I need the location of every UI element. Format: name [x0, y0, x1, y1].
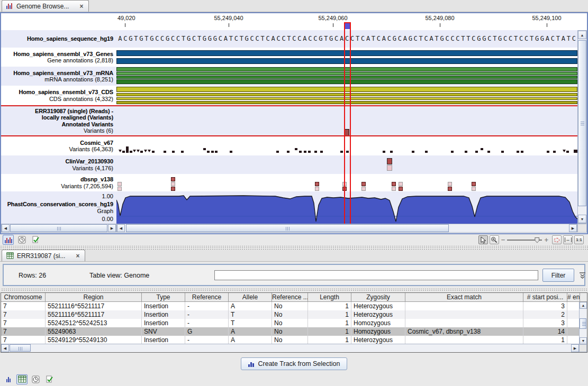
scroll-left-icon[interactable]: ◀: [2, 224, 10, 232]
filter-options-icon[interactable]: [578, 271, 586, 279]
label-scroll-track[interactable]: [10, 224, 108, 232]
table-cell[interactable]: Insertion: [142, 310, 185, 319]
scroll-right-icon[interactable]: ▶: [108, 224, 116, 232]
table-cell[interactable]: Homozygous: [351, 319, 405, 327]
table-cell[interactable]: A: [229, 327, 272, 336]
zoom-100-button[interactable]: 1:1: [574, 235, 584, 244]
table-horizontal-scrollbar[interactable]: ◀ ▶: [1, 344, 587, 352]
table-row[interactable]: 755211116^55211117Insertion-TNo1Heterozy…: [1, 310, 587, 319]
zoom-slider[interactable]: [507, 236, 542, 244]
table-cell[interactable]: Homozygous: [351, 327, 405, 336]
table-cell[interactable]: 1: [308, 302, 351, 310]
column-header[interactable]: Allele: [229, 293, 272, 301]
table-cell[interactable]: 7: [1, 302, 46, 310]
scroll-left-icon[interactable]: ◀: [117, 224, 125, 232]
scroll-right-icon[interactable]: ▶: [571, 344, 579, 352]
table-cell[interactable]: 7: [1, 336, 46, 344]
column-header[interactable]: Chromosome: [1, 293, 46, 301]
scroll-up-icon[interactable]: ▲: [578, 31, 586, 39]
track-label-phastcons[interactable]: 1.00 PhastCons_conservation_scores_hg19 …: [1, 191, 116, 224]
table-hscroll-track[interactable]: [9, 344, 571, 352]
table-cell[interactable]: 14: [523, 327, 567, 336]
pointer-tool-button[interactable]: [478, 235, 488, 244]
history-view-button[interactable]: [16, 235, 28, 245]
fit-width-button[interactable]: ↔: [563, 235, 573, 244]
table-cell[interactable]: Insertion: [142, 319, 185, 327]
table-vertical-scrollbar[interactable]: ▲ ▼: [579, 302, 587, 344]
table-cell[interactable]: 3: [523, 302, 567, 310]
table-cell[interactable]: Heterozygous: [351, 302, 405, 310]
scroll-thumb[interactable]: [10, 344, 31, 352]
table-cell[interactable]: 1: [308, 327, 351, 336]
label-horizontal-scrollbar[interactable]: ◀ ▶: [1, 224, 116, 233]
tab-close-icon[interactable]: ×: [79, 3, 83, 10]
column-header[interactable]: Region: [46, 293, 142, 301]
zoom-to-selection-button[interactable]: [552, 235, 562, 244]
table-cell[interactable]: Heterozygous: [351, 336, 405, 344]
table-cell[interactable]: No: [272, 310, 308, 319]
table-cell[interactable]: [405, 302, 523, 310]
track-label-err319087[interactable]: ERR319087 (single) (Reads) - locally rea…: [1, 106, 116, 135]
track-scroll-track[interactable]: [125, 224, 569, 232]
track-view-mode-button[interactable]: [3, 235, 14, 245]
column-header[interactable]: Reference ...: [272, 293, 308, 301]
column-header[interactable]: # en: [567, 293, 580, 301]
table-cell[interactable]: Insertion: [142, 336, 185, 344]
filter-input[interactable]: [214, 270, 538, 280]
column-header[interactable]: Reference: [185, 293, 229, 301]
table-cell[interactable]: 55211116^55211117: [46, 310, 142, 319]
table-cell[interactable]: A: [229, 302, 272, 310]
table-cell[interactable]: No: [272, 319, 308, 327]
element-info-button[interactable]: [44, 374, 55, 384]
scroll-thumb[interactable]: [10, 224, 107, 232]
table-row[interactable]: 755249063SNVGANo1HomozygousCosmic_v67, d…: [1, 327, 587, 336]
table-cell[interactable]: [567, 327, 580, 336]
table-cell[interactable]: [405, 310, 523, 319]
tab-genome-browser[interactable]: Genome Browse... ×: [2, 0, 89, 12]
zoom-in-icon[interactable]: +: [544, 236, 548, 243]
table-cell[interactable]: -: [185, 310, 229, 319]
history-view-button[interactable]: [30, 374, 41, 384]
table-cell[interactable]: 1: [308, 319, 351, 327]
table-cell[interactable]: 7: [1, 327, 46, 336]
column-header[interactable]: # start posi...: [523, 293, 567, 301]
track-view-mode-button[interactable]: [3, 374, 14, 384]
table-cell[interactable]: [405, 336, 523, 344]
table-cell[interactable]: Insertion: [142, 302, 185, 310]
table-cell[interactable]: 7: [1, 319, 46, 327]
zoom-out-icon[interactable]: −: [501, 236, 505, 243]
column-header[interactable]: Exact match: [405, 293, 523, 301]
scroll-thumb[interactable]: [580, 318, 586, 329]
table-cell[interactable]: [405, 319, 523, 327]
scroll-down-icon[interactable]: ▼: [578, 215, 586, 223]
table-cell[interactable]: No: [272, 336, 308, 344]
table-cell[interactable]: 1: [308, 310, 351, 319]
table-cell[interactable]: 1: [308, 336, 351, 344]
scroll-thumb[interactable]: [578, 40, 586, 206]
track-label-mrna[interactable]: Homo_sapiens_ensembl_v73_mRNA mRNA annot…: [1, 67, 116, 86]
table-cell[interactable]: 55211116^55211117: [46, 302, 142, 310]
table-cell[interactable]: [567, 336, 580, 344]
table-row[interactable]: 755242512^55242513Insertion-TNo1Homozygo…: [1, 319, 587, 327]
table-cell[interactable]: No: [272, 327, 308, 336]
track-label-cosmic[interactable]: Cosmic_v67 Variants (64,363): [1, 136, 116, 155]
table-cell[interactable]: G: [185, 327, 229, 336]
track-label-sequence[interactable]: Homo_sapiens_sequence_hg19: [1, 30, 116, 48]
table-cell[interactable]: [567, 302, 580, 310]
table-cell[interactable]: 7: [1, 310, 46, 319]
table-row[interactable]: 755249129^55249130Insertion-ANo1Heterozy…: [1, 336, 587, 344]
zoom-tool-button[interactable]: [490, 235, 499, 244]
table-cell[interactable]: [567, 310, 580, 319]
scroll-thumb[interactable]: [126, 224, 449, 232]
table-cell[interactable]: Heterozygous: [351, 310, 405, 319]
scroll-left-icon[interactable]: ◀: [1, 344, 9, 352]
table-row[interactable]: 755211116^55211117Insertion-ANo1Heterozy…: [1, 302, 587, 310]
scroll-right-icon[interactable]: ▶: [569, 224, 577, 232]
table-cell[interactable]: SNV: [142, 327, 185, 336]
table-cell[interactable]: 55242512^55242513: [46, 319, 142, 327]
track-label-clinvar[interactable]: ClinVar_20130930 Variants (4,176): [1, 155, 116, 174]
element-info-button[interactable]: [30, 235, 41, 245]
table-cell[interactable]: 55249129^55249130: [46, 336, 142, 344]
table-cell[interactable]: A: [229, 336, 272, 344]
table-cell[interactable]: 2: [523, 310, 567, 319]
